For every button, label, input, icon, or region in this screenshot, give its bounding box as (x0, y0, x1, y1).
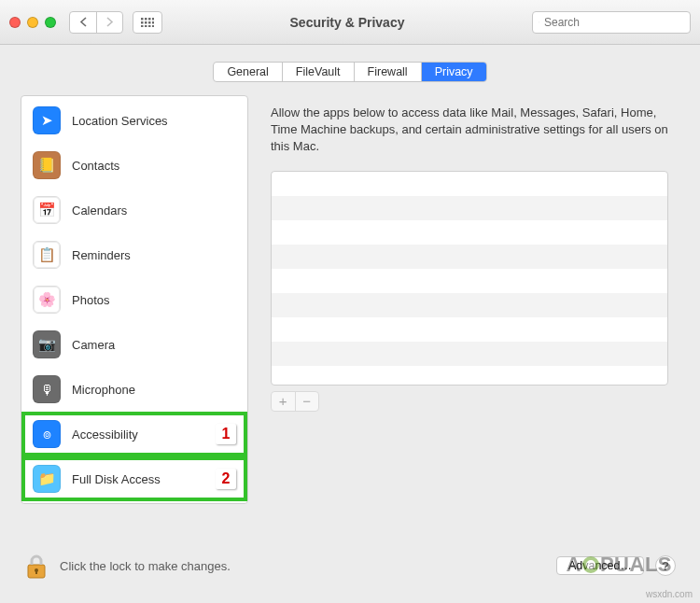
sidebar-item-label: Microphone (72, 383, 135, 397)
sidebar-item-label: Full Disk Access (72, 472, 161, 486)
tab-general[interactable]: General (214, 63, 282, 81)
sidebar-item-label: Photos (72, 293, 109, 307)
sidebar-item-label: Calendars (72, 203, 127, 217)
lock-icon[interactable] (24, 552, 49, 580)
advanced-button[interactable]: Advanced… (556, 556, 644, 575)
svg-rect-11 (152, 25, 154, 27)
list-row (272, 342, 667, 366)
list-row (272, 317, 667, 342)
window-title: Security & Privacy (168, 15, 526, 30)
nav-back-forward (69, 11, 123, 34)
sidebar-item-microphone[interactable]: 🎙Microphone (21, 367, 247, 412)
remove-button[interactable]: − (295, 392, 319, 411)
microphone-icon: 🎙 (33, 375, 61, 403)
sidebar-item-label: Reminders (72, 248, 131, 262)
sidebar-item-label: Camera (72, 338, 115, 352)
show-all-button[interactable] (133, 11, 162, 34)
sidebar-item-label: Contacts (72, 159, 119, 173)
svg-rect-16 (35, 570, 37, 574)
list-row (272, 293, 667, 317)
svg-rect-4 (141, 21, 144, 24)
privacy-category-sidebar: ➤Location Services📒Contacts📅Calendars📋Re… (21, 95, 248, 504)
sidebar-item-contacts[interactable]: 📒Contacts (21, 143, 247, 188)
back-button[interactable] (70, 12, 96, 33)
annotation-badge: 2 (216, 469, 236, 489)
svg-rect-8 (141, 25, 144, 27)
add-remove-control: + − (271, 391, 319, 412)
zoom-button[interactable] (45, 17, 56, 28)
svg-rect-9 (145, 25, 147, 27)
svg-rect-10 (148, 25, 151, 27)
search-icon (539, 17, 539, 28)
search-input[interactable] (544, 16, 684, 29)
detail-description: Allow the apps below to access data like… (271, 105, 668, 156)
list-row (272, 196, 667, 220)
tabs-bar: General FileVault Firewall Privacy (0, 62, 700, 82)
list-row (272, 269, 667, 293)
svg-point-12 (539, 21, 539, 22)
sidebar-item-accessibility[interactable]: ๏Accessibility1 (21, 412, 247, 456)
camera-icon: 📷 (33, 330, 61, 358)
reminders-icon: 📋 (33, 241, 61, 269)
footer-bar: Click the lock to make changes. Advanced… (0, 547, 700, 584)
help-button[interactable]: ? (655, 555, 676, 576)
sidebar-item-calendars[interactable]: 📅Calendars (21, 188, 247, 232)
svg-rect-0 (141, 18, 144, 21)
add-button[interactable]: + (272, 392, 295, 411)
calendar-icon: 📅 (33, 196, 61, 224)
list-row (272, 220, 667, 245)
lock-hint-text: Click the lock to make changes. (60, 559, 231, 573)
svg-rect-7 (152, 21, 154, 24)
allowed-apps-list[interactable] (271, 171, 668, 386)
svg-rect-1 (145, 18, 147, 21)
list-row (272, 172, 667, 196)
source-attribution: wsxdn.com (646, 589, 693, 599)
sidebar-item-full-disk-access[interactable]: 📁Full Disk Access2 (21, 456, 247, 501)
sidebar-item-photos[interactable]: 🌸Photos (21, 277, 247, 322)
tab-filevault[interactable]: FileVault (283, 63, 355, 81)
location-icon: ➤ (33, 106, 61, 134)
window-titlebar: Security & Privacy (0, 0, 700, 45)
sidebar-item-camera[interactable]: 📷Camera (21, 322, 247, 367)
sidebar-item-label: Accessibility (72, 428, 138, 442)
tab-privacy[interactable]: Privacy (422, 63, 486, 81)
list-row (272, 245, 667, 269)
sidebar-item-location-services[interactable]: ➤Location Services (21, 98, 247, 143)
close-button[interactable] (9, 17, 21, 28)
sidebar-item-reminders[interactable]: 📋Reminders (21, 232, 247, 277)
tab-firewall[interactable]: Firewall (355, 63, 422, 81)
svg-rect-6 (148, 21, 151, 24)
accessibility-icon: ๏ (33, 420, 61, 448)
sidebar-item-label: Location Services (72, 114, 168, 128)
svg-rect-3 (152, 18, 154, 21)
detail-pane: Allow the apps below to access data like… (259, 95, 679, 504)
minimize-button[interactable] (27, 17, 38, 28)
search-field[interactable] (532, 11, 691, 34)
forward-button[interactable] (96, 12, 122, 33)
contacts-icon: 📒 (33, 151, 61, 179)
folder-icon: 📁 (33, 465, 61, 493)
photos-icon: 🌸 (33, 286, 61, 314)
svg-rect-2 (148, 18, 151, 21)
annotation-badge: 1 (216, 424, 236, 444)
traffic-lights (9, 17, 56, 28)
svg-rect-5 (145, 21, 147, 24)
